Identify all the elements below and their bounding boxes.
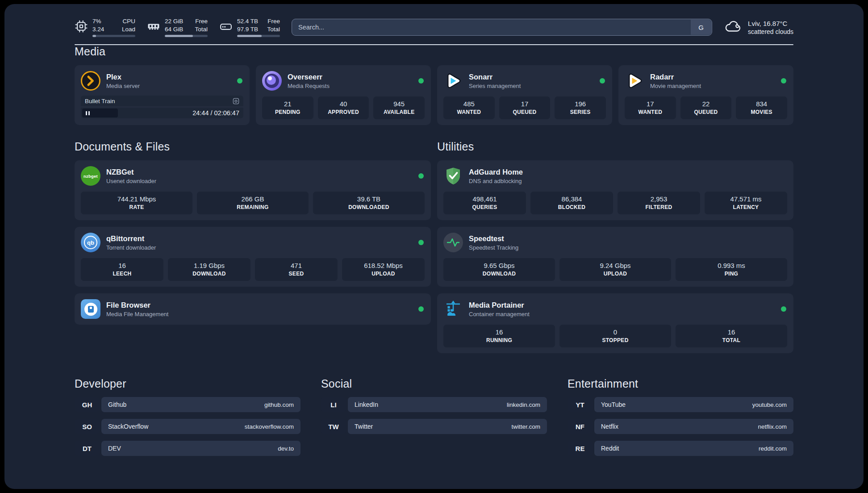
bookmark-reddit[interactable]: RE Redditreddit.com [568, 441, 793, 456]
service-card-qbittorrent[interactable]: qb qBittorrent Torrent downloader 16LEEC… [75, 227, 431, 287]
cpu-icon [75, 20, 88, 33]
stat-box: 498,461QUERIES [443, 192, 526, 214]
section-title-entertainment: Entertainment [568, 377, 793, 390]
bookmark-youtube[interactable]: YT YouTubeyoutube.com [568, 397, 793, 412]
cpu-widget: 7%CPU 3.24Load [75, 17, 135, 37]
stat-box: 17WANTED [625, 96, 676, 119]
service-name: qBittorrent [106, 234, 156, 243]
service-card-overseerr[interactable]: Overseerr Media Requests 21PENDING 40APP… [256, 65, 431, 125]
stat-label: RUNNING [444, 337, 554, 343]
bookmark-abbr: LI [321, 397, 346, 412]
bookmark-dev[interactable]: DT DEVdev.to [75, 441, 300, 456]
ram-free-label: Free [195, 17, 208, 25]
stat-label: BLOCKED [531, 204, 612, 210]
stat-value: 47.571 ms [705, 195, 786, 203]
service-card-portainer[interactable]: Media Portainer Container management 16R… [437, 293, 793, 353]
section-title-developer: Developer [75, 377, 300, 390]
stat-box: 16LEECH [81, 258, 163, 281]
speedtest-icon [443, 233, 463, 252]
nzbget-icon-text: nzbget [83, 174, 98, 179]
bookmark-url: reddit.com [759, 445, 787, 452]
service-card-plex[interactable]: Plex Media server Bullet Train 24:44 [75, 65, 250, 125]
search-bar: G [292, 19, 712, 36]
ram-icon [147, 20, 160, 33]
stat-label: RATE [82, 204, 192, 210]
status-dot [418, 173, 424, 179]
bookmark-abbr: TW [321, 419, 346, 434]
ram-total-label: Total [195, 25, 208, 33]
stat-label: AVAILABLE [374, 109, 424, 115]
stat-box: 945AVAILABLE [373, 96, 425, 119]
bookmark-abbr: DT [75, 441, 100, 456]
service-subtitle: Speedtest Tracking [469, 244, 518, 251]
stat-box: 47.571 msLATENCY [705, 192, 787, 214]
disk-widget: 52.4 TBFree 97.9 TBTotal [219, 17, 280, 37]
stat-value: 945 [374, 100, 424, 108]
service-card-filebrowser[interactable]: File Browser Media File Management [75, 293, 431, 325]
stat-box: 9.65 GbpsDOWNLOAD [443, 258, 555, 281]
status-dot [781, 306, 786, 312]
overseerr-icon [262, 71, 282, 91]
service-card-speedtest[interactable]: Speedtest Speedtest Tracking 9.65 GbpsDO… [437, 227, 793, 287]
ram-total-value: 64 GiB [165, 25, 183, 33]
weather-condition: scattered clouds [748, 28, 793, 36]
stat-value: 21 [263, 100, 313, 108]
cpu-load-value: 3.24 [92, 25, 104, 33]
pause-button[interactable] [82, 109, 118, 117]
stat-value: 618.52 Mbps [343, 262, 424, 269]
service-card-nzbget[interactable]: nzbget NZBGet Usenet downloader 744.21 M… [75, 160, 431, 220]
stat-label: QUERIES [444, 204, 525, 210]
stat-box: 17QUEUED [499, 96, 551, 119]
service-name: Speedtest [469, 234, 518, 243]
stat-box: 266 GBREMAINING [197, 192, 309, 214]
disk-free-label: Free [267, 17, 280, 25]
service-card-adguard[interactable]: AdGuard Home DNS and adblocking 498,461Q… [437, 160, 793, 220]
service-name: Plex [106, 73, 140, 81]
stat-value: 22 [681, 100, 731, 108]
bookmark-abbr: SO [75, 419, 100, 434]
cpu-load-label: Load [122, 25, 135, 33]
bookmark-url: linkedin.com [507, 401, 540, 408]
stat-label: LEECH [82, 271, 163, 277]
cpu-usage-value: 7% [92, 17, 101, 25]
stat-value: 17 [626, 100, 675, 108]
service-name: AdGuard Home [469, 168, 523, 176]
stat-box: 40APPROVED [318, 96, 369, 119]
bookmark-url: netflix.com [758, 423, 787, 430]
stat-label: PENDING [263, 109, 313, 115]
status-dot [418, 306, 424, 312]
status-dot [418, 240, 424, 245]
bookmark-abbr: YT [568, 397, 593, 412]
bookmark-name: Reddit [601, 445, 619, 452]
service-subtitle: Series management [469, 83, 521, 89]
plex-icon [81, 71, 100, 91]
bookmark-name: Twitter [355, 423, 373, 430]
dashboard-panel: 7%CPU 3.24Load 22 GiBFree 64 GiBTotal [4, 4, 864, 489]
bookmark-twitter[interactable]: TW Twittertwitter.com [321, 419, 547, 434]
stat-box: 86,384BLOCKED [530, 192, 613, 214]
search-input[interactable] [292, 19, 712, 36]
bookmark-stackoverflow[interactable]: SO StackOverflowstackoverflow.com [75, 419, 300, 434]
service-name: Sonarr [469, 73, 521, 81]
sonarr-icon [443, 71, 463, 91]
disk-icon [219, 20, 233, 33]
stat-label: WANTED [444, 109, 494, 115]
service-subtitle: Usenet downloader [106, 178, 156, 184]
stat-value: 9.24 Gbps [560, 262, 670, 269]
status-dot [237, 78, 242, 84]
service-subtitle: Torrent downloader [106, 244, 156, 251]
stat-box: 744.21 MbpsRATE [81, 192, 192, 214]
bookmark-linkedin[interactable]: LI LinkedInlinkedin.com [321, 397, 547, 412]
stat-box: 16RUNNING [443, 325, 555, 347]
search-provider-button[interactable]: G [691, 20, 711, 35]
service-card-radarr[interactable]: Radarr Movie management 17WANTED 22QUEUE… [618, 65, 793, 125]
service-name: Media Portainer [469, 301, 530, 309]
ram-free-value: 22 GiB [165, 17, 183, 25]
bookmark-url: youtube.com [752, 401, 787, 408]
stat-label: MOVIES [737, 109, 786, 115]
top-bar: 7%CPU 3.24Load 22 GiBFree 64 GiBTotal [75, 17, 793, 37]
service-card-sonarr[interactable]: Sonarr Series management 485WANTED 17QUE… [437, 65, 612, 125]
bookmark-netflix[interactable]: NF Netflixnetflix.com [568, 419, 793, 434]
bookmark-github[interactable]: GH Githubgithub.com [75, 397, 300, 412]
now-playing-title: Bullet Train [85, 98, 115, 104]
